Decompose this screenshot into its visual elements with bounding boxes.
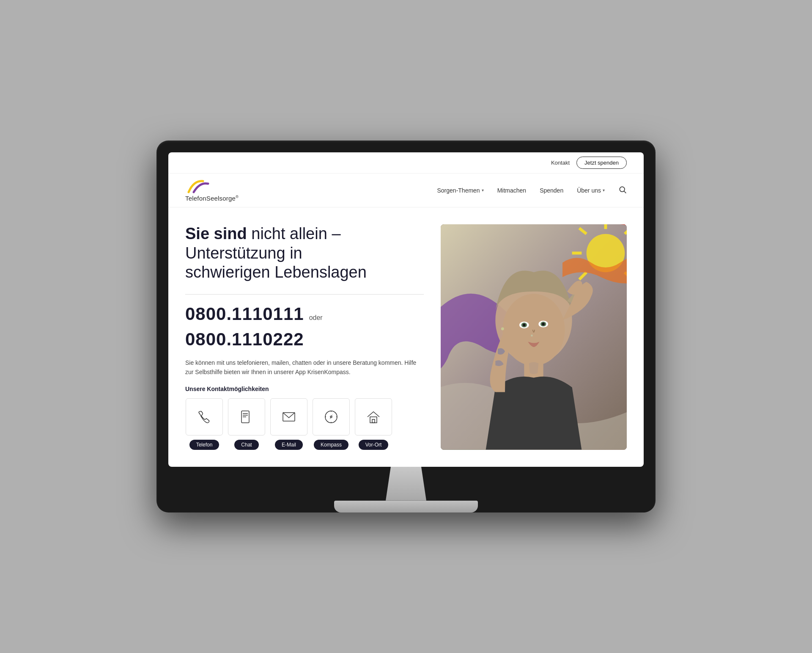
svg-point-23 — [502, 294, 565, 366]
chat-button[interactable]: Chat — [234, 440, 258, 450]
contact-card-kompass: Kompass — [312, 398, 350, 450]
kompass-icon-box[interactable] — [313, 398, 350, 435]
svg-rect-11 — [370, 417, 377, 423]
svg-point-0 — [620, 187, 625, 192]
hero-description: Sie können mit uns telefonieren, mailen,… — [185, 358, 424, 377]
monitor-shell: Kontakt Jetzt spenden TelefonSeelsorge® — [156, 141, 656, 512]
chat-icon — [238, 408, 255, 425]
utility-bar: Kontakt Jetzt spenden — [168, 152, 644, 174]
hero-headline: Sie sind nicht allein – Unterstützung in… — [185, 224, 424, 282]
nav-links: Sorgen-Themen ▾ Mitmachen Spenden Über u… — [437, 185, 627, 196]
phone-numbers: 0800.1110111 oder 0800.1110222 — [185, 304, 424, 350]
vor-ort-button[interactable]: Vor-Ort — [359, 440, 389, 450]
kontakt-link[interactable]: Kontakt — [551, 160, 570, 166]
email-icon — [280, 408, 297, 425]
telefon-button[interactable]: Telefon — [189, 440, 219, 450]
phone-number-1[interactable]: 0800.1110111 — [185, 304, 304, 324]
contact-section-heading: Unsere Kontaktmöglichkeiten — [185, 386, 424, 392]
email-icon-box[interactable] — [270, 398, 307, 435]
contact-card-telefon: Telefon — [185, 398, 223, 450]
hero-content: Sie sind nicht allein – Unterstützung in… — [185, 224, 424, 450]
search-button[interactable] — [618, 185, 627, 196]
nav-item-spenden[interactable]: Spenden — [540, 187, 563, 194]
monitor-screen: Kontakt Jetzt spenden TelefonSeelsorge® — [168, 152, 644, 467]
svg-point-32 — [501, 328, 504, 331]
svg-point-30 — [542, 323, 545, 326]
logo-text: TelefonSeelsorge® — [185, 195, 239, 202]
chevron-down-icon: ▾ — [482, 188, 484, 193]
vor-ort-icon-box[interactable] — [355, 398, 392, 435]
chat-icon-box[interactable] — [228, 398, 265, 435]
hero-section: Sie sind nicht allein – Unterstützung in… — [168, 207, 644, 467]
hero-illustration — [441, 224, 627, 450]
logo[interactable]: TelefonSeelsorge® — [185, 179, 239, 202]
house-icon — [365, 408, 382, 425]
nav-item-sorgen-themen[interactable]: Sorgen-Themen ▾ — [437, 187, 483, 194]
monitor-stand-base — [334, 501, 478, 512]
search-icon — [618, 185, 627, 194]
website: Kontakt Jetzt spenden TelefonSeelsorge® — [168, 152, 644, 467]
divider — [185, 294, 424, 295]
phone-icon — [196, 408, 213, 425]
logo-arc-icon — [185, 179, 219, 194]
contact-card-email: E-Mail — [270, 398, 308, 450]
nav-item-ueber-uns[interactable]: Über uns ▾ — [577, 187, 605, 194]
telefon-icon-box[interactable] — [186, 398, 223, 435]
kompass-button[interactable]: Kompass — [314, 440, 348, 450]
compass-icon — [323, 408, 340, 425]
contact-card-vor-ort: Vor-Ort — [354, 398, 392, 450]
svg-point-27 — [523, 324, 526, 327]
contact-options: Telefon — [185, 398, 424, 450]
hero-image — [441, 224, 627, 450]
oder-label: oder — [309, 314, 323, 322]
monitor-stand-neck — [381, 467, 431, 501]
contact-card-chat: Chat — [228, 398, 266, 450]
hero-photo — [441, 224, 627, 450]
nav-item-mitmachen[interactable]: Mitmachen — [497, 187, 526, 194]
phone-number-2[interactable]: 0800.1110222 — [185, 329, 304, 350]
svg-line-1 — [624, 191, 626, 193]
donate-button[interactable]: Jetzt spenden — [576, 157, 627, 169]
svg-rect-12 — [372, 419, 375, 423]
svg-point-31 — [531, 335, 533, 337]
main-navigation: TelefonSeelsorge® Sorgen-Themen ▾ Mitmac… — [168, 174, 644, 207]
chevron-down-icon-2: ▾ — [603, 188, 605, 193]
email-button[interactable]: E-Mail — [275, 440, 303, 450]
